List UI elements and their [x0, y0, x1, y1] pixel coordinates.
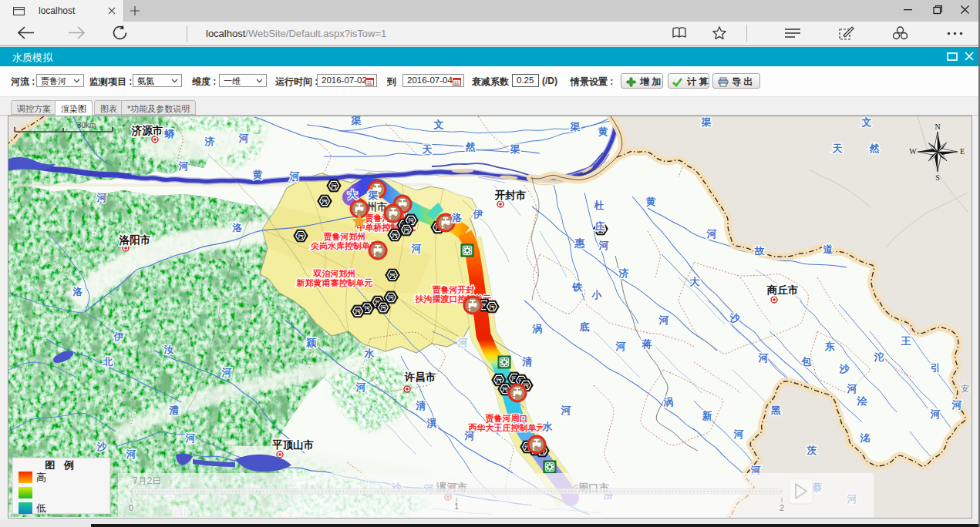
svg-text:河: 河	[615, 341, 626, 352]
svg-text:王: 王	[901, 335, 911, 347]
svg-text:污: 污	[364, 305, 370, 312]
svg-text:河: 河	[758, 352, 769, 364]
svg-text:污: 污	[380, 304, 386, 311]
svg-text:洛阳市: 洛阳市	[119, 234, 151, 246]
svg-text:污: 污	[392, 232, 398, 239]
svg-text:河: 河	[598, 240, 609, 251]
svg-text:河: 河	[96, 192, 107, 203]
svg-text:杜: 杜	[594, 200, 605, 211]
svg-text:黄: 黄	[598, 126, 608, 137]
svg-text:潩: 潩	[426, 418, 437, 429]
svg-text:河: 河	[221, 367, 232, 378]
svg-text:双洎河郑州: 双洎河郑州	[313, 269, 356, 278]
svg-text:大: 大	[348, 189, 359, 200]
svg-text:铁: 铁	[572, 281, 584, 293]
svg-text:沙: 沙	[729, 312, 741, 324]
svg-text:洛: 洛	[452, 212, 463, 223]
svg-text:洛: 洛	[232, 222, 243, 233]
svg-text:河: 河	[457, 337, 468, 348]
svg-text:污: 污	[489, 304, 495, 310]
svg-text:污: 污	[298, 233, 304, 240]
svg-text:汝: 汝	[163, 344, 174, 355]
svg-text:文: 文	[433, 119, 444, 130]
svg-text:高: 高	[36, 472, 46, 483]
svg-text:低: 低	[35, 502, 46, 514]
svg-text:W: W	[909, 147, 917, 156]
svg-text:洛: 洛	[72, 286, 83, 297]
svg-text:水: 水	[364, 347, 375, 359]
svg-text:安: 安	[961, 384, 969, 393]
svg-text:污: 污	[322, 198, 328, 205]
svg-text:渠: 渠	[510, 143, 520, 155]
svg-text:文: 文	[861, 116, 872, 128]
svg-text:济: 济	[618, 267, 629, 279]
svg-text:河: 河	[733, 428, 744, 440]
svg-text:东: 东	[824, 341, 836, 352]
svg-text:济源市: 济源市	[131, 125, 163, 137]
svg-text:河: 河	[706, 228, 717, 240]
svg-text:引: 引	[931, 362, 941, 374]
svg-text:洺: 洺	[860, 432, 871, 444]
svg-text:污: 污	[502, 386, 508, 393]
svg-text:商丘市: 商丘市	[766, 284, 799, 296]
svg-text:天: 天	[832, 143, 844, 154]
svg-text:道: 道	[823, 243, 834, 255]
svg-text:澧: 澧	[169, 404, 180, 416]
svg-text:蒋: 蒋	[642, 338, 652, 350]
svg-text:污: 污	[496, 377, 502, 384]
svg-text:天: 天	[422, 143, 433, 155]
svg-text:河: 河	[126, 448, 136, 460]
svg-text:30km: 30km	[77, 121, 96, 129]
svg-text:伊: 伊	[473, 208, 483, 220]
svg-text:污: 污	[355, 308, 361, 315]
svg-text:污: 污	[388, 294, 394, 301]
svg-text:茨: 茨	[807, 445, 817, 456]
svg-text:S: S	[935, 173, 940, 182]
svg-text:涡: 涡	[663, 396, 674, 408]
svg-text:浍: 浍	[857, 395, 868, 407]
svg-text:图 例: 图 例	[45, 459, 77, 471]
svg-text:新: 新	[702, 410, 712, 421]
svg-text:污: 污	[331, 183, 337, 190]
svg-text:惠: 惠	[574, 237, 586, 249]
svg-text:清: 清	[522, 356, 533, 368]
svg-text:河: 河	[355, 381, 366, 393]
svg-text:大: 大	[690, 276, 701, 287]
svg-text:河: 河	[178, 160, 189, 172]
svg-text:许昌市: 许昌市	[404, 371, 436, 383]
svg-text:河: 河	[561, 404, 571, 416]
svg-text:2: 2	[780, 503, 784, 512]
svg-text:涡: 涡	[532, 323, 543, 334]
svg-text:济: 济	[204, 136, 215, 147]
svg-text:0: 0	[129, 503, 133, 512]
svg-text:河: 河	[930, 408, 941, 420]
svg-text:清: 清	[416, 400, 426, 411]
svg-text:黑: 黑	[771, 404, 782, 416]
svg-text:1: 1	[454, 502, 459, 511]
svg-text:然: 然	[465, 141, 477, 153]
svg-text:水: 水	[542, 421, 554, 432]
svg-text:污: 污	[408, 217, 414, 224]
svg-text:沙: 沙	[96, 441, 108, 452]
svg-text:然: 然	[869, 143, 881, 154]
svg-text:黄: 黄	[252, 169, 263, 180]
svg-text:蟒: 蟒	[164, 128, 175, 139]
svg-text:N: N	[935, 123, 940, 131]
svg-text:河: 河	[464, 430, 475, 441]
svg-text:E: E	[960, 147, 965, 156]
svg-text:包: 包	[801, 356, 812, 368]
svg-text:河: 河	[185, 432, 196, 444]
svg-text:故: 故	[754, 245, 766, 257]
svg-text:西华大王庄控制单元: 西华大王庄控制单元	[468, 423, 545, 432]
svg-text:河: 河	[951, 399, 962, 411]
svg-text:渠: 渠	[701, 116, 712, 128]
svg-text:渠: 渠	[570, 121, 581, 133]
svg-text:河: 河	[658, 314, 669, 326]
svg-text:河: 河	[238, 133, 249, 144]
svg-text:北: 北	[103, 356, 113, 368]
svg-text:伊: 伊	[113, 331, 124, 342]
svg-text:平顶山市: 平顶山市	[271, 439, 315, 451]
svg-text:颍: 颍	[306, 337, 318, 348]
svg-text:污: 污	[403, 227, 409, 233]
svg-text:河: 河	[847, 383, 857, 394]
